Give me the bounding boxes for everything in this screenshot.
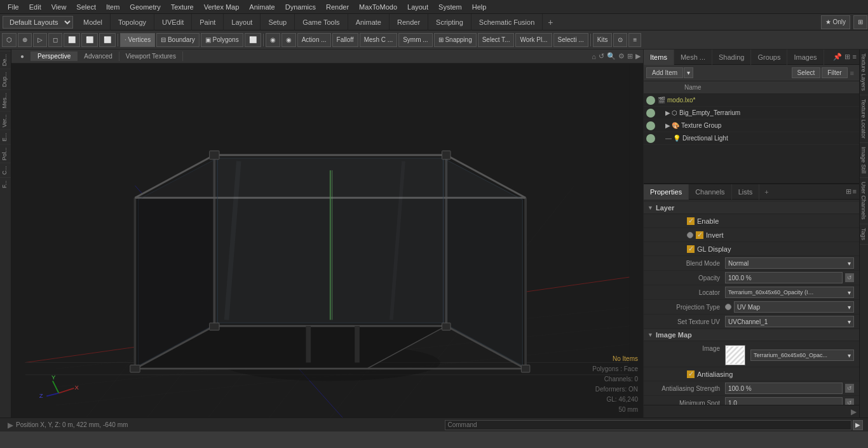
toolbar-action[interactable]: Action ... — [297, 33, 331, 47]
prop-texture-uv-dropdown[interactable]: UVChannel_1 ▾ — [725, 316, 854, 327]
layout-tab-render[interactable]: Render — [390, 14, 428, 31]
bottom-expand-icon[interactable]: ▶ — [8, 421, 13, 430]
panel-tab-images[interactable]: Images — [787, 50, 824, 65]
menu-layout[interactable]: Layout — [402, 2, 433, 12]
menu-edit[interactable]: Edit — [24, 2, 46, 12]
texture-side-tab-layers[interactable]: Texture Layers — [860, 50, 868, 95]
prop-locator-dropdown[interactable]: Terrarium_60x45x60_Opacity (Ima ... ▾ — [725, 287, 854, 298]
toolbar-item-mode[interactable]: ▷ — [33, 33, 47, 47]
layout-tab-setup[interactable]: Setup — [261, 14, 295, 31]
viewport-settings-icon[interactable]: ⚙ — [618, 52, 625, 60]
sidebar-tab-mes[interactable]: Mes... — [0, 90, 11, 111]
props-tab-add[interactable]: + — [759, 186, 773, 198]
prop-gl-checkbox[interactable]: ✓ — [687, 245, 695, 253]
panel-tab-mesh[interactable]: Mesh ... — [674, 50, 712, 65]
toolbar-boundary[interactable]: ⊟ Boundary — [156, 33, 200, 47]
props-tab-lists[interactable]: Lists — [732, 184, 760, 200]
panel-expand-icon[interactable]: ⊞ — [844, 53, 850, 61]
props-tab-properties[interactable]: Properties — [644, 184, 689, 200]
viewport-tab-textures[interactable]: Viewport Textures — [119, 51, 183, 61]
panel-pin-icon[interactable]: 📌 — [833, 53, 842, 61]
toolbar-render-preview2[interactable]: ◉ — [281, 33, 296, 47]
panel-menu-icon[interactable]: ≡ — [853, 53, 857, 61]
texture-side-tab-locator[interactable]: Texture Locator — [860, 95, 868, 143]
only-button[interactable]: ★ Only — [821, 15, 850, 29]
sidebar-tab-c[interactable]: C... — [0, 163, 11, 177]
layout-tab-layout[interactable]: Layout — [224, 14, 261, 31]
menu-dynamics[interactable]: Dynamics — [280, 2, 321, 12]
prop-enable-checkbox[interactable]: ✓ — [687, 217, 695, 225]
layout-tab-topology[interactable]: Topology — [111, 14, 154, 31]
menu-maxtomodo[interactable]: MaxToModo — [354, 2, 402, 12]
toolbar-toggle2[interactable]: ⬜ — [81, 33, 98, 47]
add-item-arrow[interactable]: ▾ — [684, 67, 693, 78]
menu-select[interactable]: Select — [71, 2, 101, 12]
prop-opacity-reset[interactable]: ↺ — [845, 273, 854, 282]
props-expand-arrow[interactable]: ▶ — [851, 407, 857, 416]
items-col-toggle[interactable]: ≡ — [850, 69, 854, 77]
items-filter-button[interactable]: Filter — [822, 67, 847, 78]
toolbar-world[interactable]: ⊕ — [18, 33, 32, 47]
item-vis-terrarium[interactable] — [646, 109, 655, 118]
maximize-button[interactable]: ⊞ — [853, 15, 867, 29]
panel-tab-shading[interactable]: Shading — [712, 50, 751, 65]
layout-tab-animate[interactable]: Animate — [348, 14, 390, 31]
toolbar-mesh-c[interactable]: Mesh C ... — [360, 33, 398, 47]
menu-file[interactable]: File — [3, 2, 24, 12]
menu-item[interactable]: Item — [101, 2, 125, 12]
toolbar-select-t[interactable]: Select T... — [478, 33, 515, 47]
layout-dropdown[interactable]: Default Layouts — [3, 16, 73, 29]
props-expand-icon[interactable]: ⊞ — [846, 187, 851, 196]
layout-tab-uvedit[interactable]: UVEdit — [154, 14, 192, 31]
expand-arrow-texture[interactable]: ▶ — [665, 122, 670, 129]
command-input[interactable] — [445, 420, 852, 430]
toolbar-sphere[interactable]: ⊙ — [613, 33, 627, 47]
prop-aa-strength-reset[interactable]: ↺ — [845, 384, 854, 393]
prop-projection-dropdown[interactable]: UV Map ▾ — [734, 301, 854, 313]
menu-texture[interactable]: Texture — [166, 2, 199, 12]
toolbar-kits[interactable]: Kits — [593, 33, 613, 47]
item-vis-texture-group[interactable] — [646, 121, 655, 130]
sidebar-tab-pol[interactable]: Pol... — [0, 144, 11, 163]
sidebar-tab-f[interactable]: F... — [0, 177, 11, 191]
list-item-texture-group[interactable]: ▶ 🎨 Texture Group — [644, 119, 859, 132]
layout-tab-scripting[interactable]: Scripting — [428, 14, 471, 31]
layout-tab-model[interactable]: Model — [76, 14, 111, 31]
toolbar-toggle3[interactable]: ⬜ — [99, 33, 116, 47]
toolbar-snapping[interactable]: ⊞ Snapping — [434, 33, 477, 47]
texture-side-tab-user-channels[interactable]: User Channels — [860, 178, 868, 224]
toolbar-falloff[interactable]: Falloff — [332, 33, 358, 47]
toolbar-render-preview[interactable]: ◉ — [266, 33, 280, 47]
image-preview[interactable] — [725, 345, 745, 365]
toolbar-menu[interactable]: ≡ — [628, 33, 641, 47]
prop-antialiasing-checkbox[interactable]: ✓ — [687, 370, 695, 378]
item-vis-scene[interactable] — [646, 96, 655, 105]
toolbar-edge[interactable]: ⬜ — [245, 33, 261, 47]
viewport-tab-advanced[interactable]: Advanced — [78, 51, 119, 61]
viewport-chevron-icon[interactable]: ▶ — [635, 52, 641, 60]
layout-tab-paint[interactable]: Paint — [192, 14, 224, 31]
panel-tab-items[interactable]: Items — [644, 50, 674, 65]
sidebar-tab-dup[interactable]: Dup... — [0, 69, 11, 90]
prop-min-spot-reset[interactable]: ↺ — [845, 398, 854, 405]
toolbar-selecti[interactable]: Selecti ... — [553, 33, 588, 47]
sidebar-tab-de[interactable]: De... — [0, 51, 11, 69]
toolbar-polygons[interactable]: ▣ Polygons — [201, 33, 243, 47]
layout-tab-add[interactable]: + — [543, 15, 558, 30]
menu-vertex-map[interactable]: Vertex Map — [199, 2, 245, 12]
sidebar-tab-e[interactable]: E... — [0, 130, 11, 144]
toolbar-vertices[interactable]: · Vertices — [120, 33, 155, 47]
viewport-tab-perspective[interactable]: ● — [14, 51, 31, 61]
items-select-button[interactable]: Select — [792, 67, 821, 78]
command-run-button[interactable]: ▶ — [853, 420, 863, 430]
viewport-canvas[interactable]: X Y Z No Items Polygons : Face Channels:… — [11, 64, 643, 417]
menu-view[interactable]: View — [46, 2, 72, 12]
viewport-home-icon[interactable]: ⌂ — [592, 53, 596, 60]
layout-tab-game-tools[interactable]: Game Tools — [295, 14, 348, 31]
texture-side-tab-tags[interactable]: Tags — [860, 224, 868, 245]
menu-animate[interactable]: Animate — [244, 2, 280, 12]
menu-help[interactable]: Help — [467, 2, 492, 12]
viewport-tab-perspective-label[interactable]: Perspective — [31, 51, 78, 61]
sidebar-tab-ver[interactable]: Ver... — [0, 111, 11, 130]
prop-invert-checkbox[interactable]: ✓ — [696, 231, 703, 239]
